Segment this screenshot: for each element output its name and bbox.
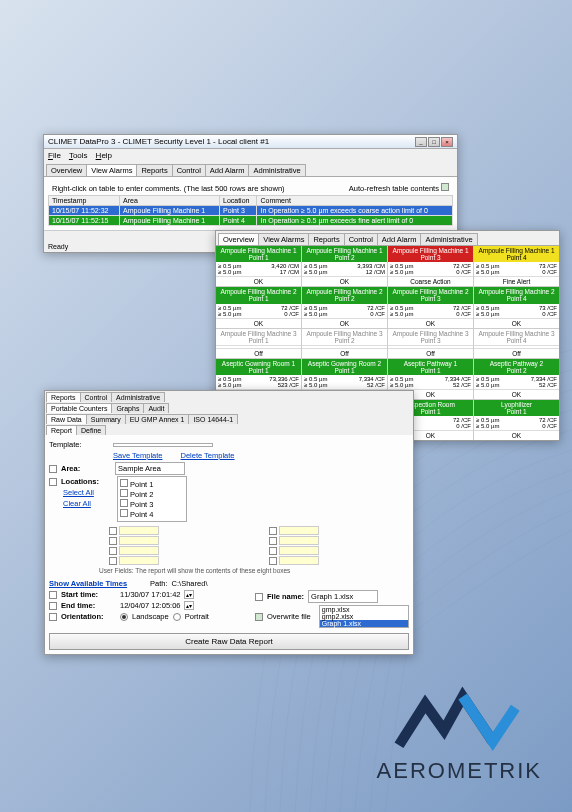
column-header[interactable]: Timestamp bbox=[49, 196, 120, 206]
logo-text: AEROMETRIK bbox=[377, 758, 542, 784]
point-item[interactable]: Point 2 bbox=[120, 489, 184, 499]
subtab[interactable]: Graphs bbox=[111, 403, 144, 413]
autorefresh-checkbox[interactable] bbox=[441, 183, 449, 191]
user-field-1[interactable] bbox=[109, 526, 249, 535]
end-checkbox[interactable] bbox=[49, 602, 57, 610]
points-listbox[interactable]: Point 1 Point 2 Point 3 Point 4 bbox=[117, 476, 187, 522]
point-checkbox[interactable] bbox=[120, 479, 128, 487]
subtab[interactable]: Audit bbox=[143, 403, 169, 413]
column-header[interactable]: Location bbox=[219, 196, 257, 206]
create-report-button[interactable]: Create Raw Data Report bbox=[49, 633, 409, 650]
file-option[interactable]: Graph 1.xlsx bbox=[320, 620, 408, 627]
user-field-5[interactable] bbox=[109, 546, 249, 555]
overwrite-checkbox[interactable] bbox=[255, 613, 263, 621]
point-checkbox[interactable] bbox=[120, 489, 128, 497]
filename-checkbox[interactable] bbox=[255, 593, 263, 601]
file-option[interactable]: gmp.xlsx bbox=[320, 606, 408, 613]
file-list[interactable]: gmp.xlsxgmp2.xlsxGraph 1.xlsx bbox=[319, 605, 409, 628]
overview-tabs: OverviewView AlarmsReportsControlAdd Ala… bbox=[216, 231, 559, 246]
user-field-6[interactable] bbox=[269, 546, 409, 555]
user-field-8[interactable] bbox=[269, 556, 409, 565]
point-item[interactable]: Point 3 bbox=[120, 499, 184, 509]
show-times-link[interactable]: Show Available Times bbox=[49, 579, 127, 588]
clear-all-link[interactable]: Clear All bbox=[63, 499, 91, 508]
monitor-tile[interactable]: Aseptic Pathway 2Point 2≥ 0.5 µm7,334 /C… bbox=[474, 359, 559, 399]
portrait-radio[interactable] bbox=[173, 613, 181, 621]
end-value: 12/04/07 12:05:06 bbox=[120, 601, 180, 610]
tab-administrative[interactable]: Administrative bbox=[420, 233, 477, 245]
start-value: 11/30/07 17:01:42 bbox=[120, 590, 180, 599]
menu-file[interactable]: File bbox=[48, 151, 61, 160]
tab-reports[interactable]: Reports bbox=[136, 164, 172, 176]
subtab[interactable]: Administrative bbox=[111, 392, 165, 402]
subtab[interactable]: Summary bbox=[86, 414, 126, 424]
delete-template-link[interactable]: Delete Template bbox=[180, 451, 234, 460]
tab-add-alarm[interactable]: Add Alarm bbox=[377, 233, 422, 245]
monitor-tile[interactable]: Ampoule Filling Machine 1Point 4≥ 0.5 µm… bbox=[474, 246, 559, 286]
monitor-tile[interactable]: Ampoule Filling Machine 2Point 2≥ 0.5 µm… bbox=[302, 287, 387, 327]
spinner-icon[interactable]: ▴▾ bbox=[184, 590, 194, 599]
subtab[interactable]: Control bbox=[80, 392, 113, 402]
monitor-tile[interactable]: Ampoule Filling Machine 3Point 2Off bbox=[302, 329, 387, 358]
locations-checkbox[interactable] bbox=[49, 478, 57, 486]
subtab[interactable]: Define bbox=[76, 425, 106, 435]
filename-input[interactable]: Graph 1.xlsx bbox=[308, 590, 378, 603]
column-header[interactable]: Area bbox=[120, 196, 220, 206]
table-row[interactable]: 10/15/07 11:52:15Ampoule Filling Machine… bbox=[49, 216, 453, 226]
spinner-icon[interactable]: ▴▾ bbox=[184, 601, 194, 610]
tab-view-alarms[interactable]: View Alarms bbox=[258, 233, 309, 245]
subtab[interactable]: ISO 14644-1 bbox=[188, 414, 238, 424]
tab-administrative[interactable]: Administrative bbox=[248, 164, 305, 176]
monitor-tile[interactable]: Ampoule Filling Machine 1Point 3≥ 0.5 µm… bbox=[388, 246, 473, 286]
save-template-link[interactable]: Save Template bbox=[113, 451, 162, 460]
tile-header: Ampoule Filling Machine 3Point 4 bbox=[474, 329, 559, 346]
subtab[interactable]: Portable Counters bbox=[46, 403, 112, 413]
point-item[interactable]: Point 4 bbox=[120, 509, 184, 519]
landscape-radio[interactable] bbox=[120, 613, 128, 621]
template-select[interactable] bbox=[113, 443, 213, 447]
orientation-checkbox[interactable] bbox=[49, 613, 57, 621]
monitor-tile[interactable]: Ampoule Filling Machine 2Point 1≥ 0.5 µm… bbox=[216, 287, 301, 327]
user-field-3[interactable] bbox=[109, 536, 249, 545]
tab-overview[interactable]: Overview bbox=[46, 164, 87, 176]
subtab[interactable]: Reports bbox=[46, 392, 81, 402]
file-option[interactable]: gmp2.xlsx bbox=[320, 613, 408, 620]
tab-view-alarms[interactable]: View Alarms bbox=[86, 164, 137, 176]
point-checkbox[interactable] bbox=[120, 499, 128, 507]
subtab[interactable]: EU GMP Annex 1 bbox=[125, 414, 190, 424]
titlebar[interactable]: CLIMET DataPro 3 - CLIMET Security Level… bbox=[44, 135, 457, 149]
area-select[interactable]: Sample Area bbox=[115, 462, 185, 475]
user-field-4[interactable] bbox=[269, 536, 409, 545]
column-header[interactable]: Comment bbox=[257, 196, 453, 206]
monitor-tile[interactable]: Ampoule Filling Machine 2Point 4≥ 0.5 µm… bbox=[474, 287, 559, 327]
tab-control[interactable]: Control bbox=[344, 233, 378, 245]
tile-header: LyophilizerPoint 1 bbox=[474, 400, 559, 416]
area-checkbox[interactable] bbox=[49, 465, 57, 473]
maximize-button[interactable]: □ bbox=[428, 137, 440, 147]
monitor-tile[interactable]: Ampoule Filling Machine 1Point 1≥ 0.5 µm… bbox=[216, 246, 301, 286]
alarm-table[interactable]: TimestampAreaLocationComment 10/15/07 11… bbox=[48, 195, 453, 226]
point-item[interactable]: Point 1 bbox=[120, 479, 184, 489]
menu-tools[interactable]: Tools bbox=[69, 151, 88, 160]
monitor-tile[interactable]: Ampoule Filling Machine 3Point 3Off bbox=[388, 329, 473, 358]
user-field-2[interactable] bbox=[269, 526, 409, 535]
tab-overview[interactable]: Overview bbox=[218, 233, 259, 245]
point-checkbox[interactable] bbox=[120, 509, 128, 517]
monitor-tile[interactable]: Ampoule Filling Machine 3Point 4Off bbox=[474, 329, 559, 358]
monitor-tile[interactable]: Ampoule Filling Machine 3Point 1Off bbox=[216, 329, 301, 358]
tab-reports[interactable]: Reports bbox=[308, 233, 344, 245]
start-checkbox[interactable] bbox=[49, 591, 57, 599]
monitor-tile[interactable]: LyophilizerPoint 1≥ 0.5 µm72 /CF≥ 5.0 µm… bbox=[474, 400, 559, 440]
monitor-tile[interactable]: Ampoule Filling Machine 1Point 2≥ 0.5 µm… bbox=[302, 246, 387, 286]
monitor-tile[interactable]: Ampoule Filling Machine 2Point 3≥ 0.5 µm… bbox=[388, 287, 473, 327]
close-button[interactable]: × bbox=[441, 137, 453, 147]
tab-add-alarm[interactable]: Add Alarm bbox=[205, 164, 250, 176]
menu-help[interactable]: Help bbox=[96, 151, 112, 160]
subtab[interactable]: Raw Data bbox=[46, 414, 87, 424]
user-field-7[interactable] bbox=[109, 556, 249, 565]
select-all-link[interactable]: Select All bbox=[63, 488, 94, 497]
tab-control[interactable]: Control bbox=[172, 164, 206, 176]
table-row[interactable]: 10/15/07 11:52:32Ampoule Filling Machine… bbox=[49, 206, 453, 216]
subtab[interactable]: Report bbox=[46, 425, 77, 435]
minimize-button[interactable]: _ bbox=[415, 137, 427, 147]
